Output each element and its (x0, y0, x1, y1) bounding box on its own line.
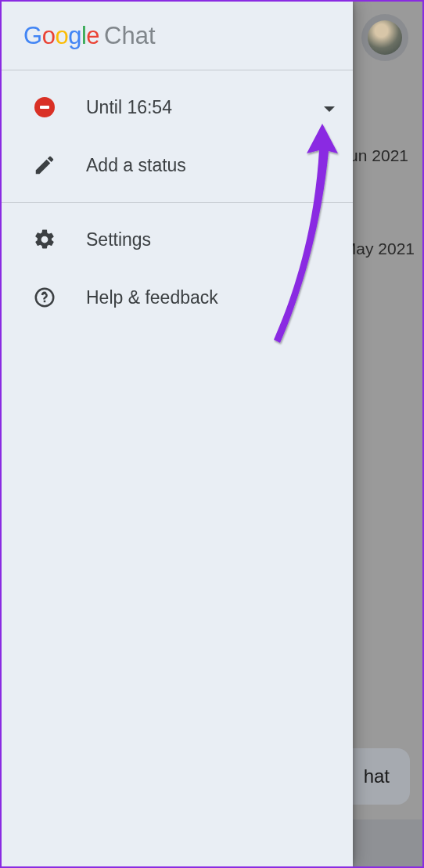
do-not-disturb-icon (31, 97, 58, 117)
help-feedback-label: Help & feedback (86, 287, 218, 308)
app-title: Chat (104, 22, 155, 50)
add-status-label: Add a status (86, 155, 186, 176)
gear-icon (31, 228, 58, 251)
google-logo: Google (23, 22, 99, 50)
help-feedback-row[interactable]: Help & feedback (2, 268, 353, 326)
dnd-status-row[interactable]: Until 16:54 (2, 78, 353, 136)
avatar-image (368, 20, 402, 55)
settings-row[interactable]: Settings (2, 211, 353, 268)
settings-label: Settings (86, 229, 151, 250)
avatar[interactable] (361, 14, 408, 61)
add-status-row[interactable]: Add a status (2, 136, 353, 194)
dnd-status-label: Until 16:54 (86, 97, 172, 118)
conversation-date: May 2021 (343, 240, 415, 258)
drawer-header: Google Chat (2, 2, 353, 70)
chevron-down-icon[interactable] (323, 97, 336, 118)
navigation-drawer: Google Chat Until 16:54 Add a status Set… (2, 2, 353, 866)
pencil-icon (31, 153, 58, 177)
help-icon (31, 286, 58, 309)
